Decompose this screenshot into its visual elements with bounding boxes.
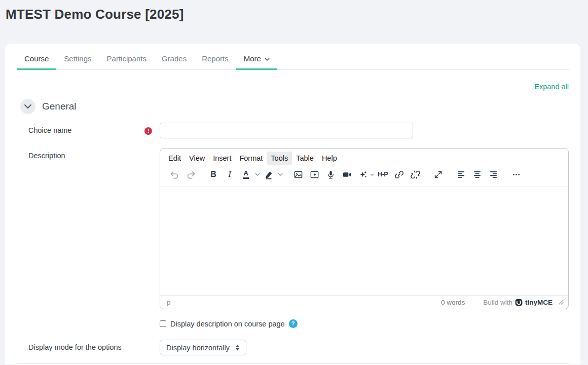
choice-name-input[interactable] xyxy=(160,123,413,138)
chevron-down-icon xyxy=(265,58,270,61)
italic-icon[interactable]: I xyxy=(222,167,237,182)
ai-sparkles-icon[interactable] xyxy=(355,167,371,182)
editor-toolbar: B I A xyxy=(160,165,568,187)
tab-label: Course xyxy=(24,54,49,63)
section-header-general: General xyxy=(17,99,569,114)
choice-name-label: Choice name xyxy=(28,126,71,134)
required-icon: ! xyxy=(144,127,152,135)
content-card: Course Settings Participants Grades Repo… xyxy=(5,44,580,364)
menu-insert[interactable]: Insert xyxy=(209,152,235,165)
editor-content-area[interactable] xyxy=(160,187,568,295)
tab-more[interactable]: More xyxy=(236,49,277,69)
ai-sparkles-caret-icon[interactable] xyxy=(369,173,375,176)
record-audio-icon[interactable] xyxy=(323,167,338,182)
display-description-checkbox[interactable] xyxy=(160,320,166,327)
collapse-section-button[interactable] xyxy=(20,99,35,114)
expand-all-link[interactable]: Expand all xyxy=(534,83,569,91)
tab-label: Participants xyxy=(107,54,146,63)
help-icon[interactable]: ? xyxy=(289,319,298,328)
chevron-down-icon xyxy=(24,104,31,108)
unlink-icon[interactable] xyxy=(408,167,423,182)
tab-label: Reports xyxy=(202,54,229,63)
redo-icon[interactable] xyxy=(183,167,198,182)
menu-tools[interactable]: Tools xyxy=(267,152,292,165)
course-nav-tabs: Course Settings Participants Grades Repo… xyxy=(17,44,569,70)
text-color-caret-icon[interactable] xyxy=(254,173,261,176)
form-row-display-description: Display description on course page ? xyxy=(17,317,569,328)
highlight-color-icon[interactable] xyxy=(261,167,276,182)
display-description-label[interactable]: Display description on course page xyxy=(160,320,285,328)
select-arrows-icon xyxy=(235,344,240,351)
bold-icon[interactable]: B xyxy=(206,167,221,182)
form-row-description: Description Edit View Insert Format Tool… xyxy=(17,148,569,309)
section-title: General xyxy=(42,101,77,112)
menu-table[interactable]: Table xyxy=(292,152,318,165)
tab-label: Settings xyxy=(64,54,91,63)
menu-edit[interactable]: Edit xyxy=(164,152,185,165)
highlight-color-caret-icon[interactable] xyxy=(277,173,283,176)
more-tools-icon[interactable] xyxy=(508,167,524,182)
selected-option: Display horizontally xyxy=(166,344,230,352)
element-path[interactable]: p xyxy=(167,299,171,306)
tinymce-logo-icon xyxy=(515,299,523,306)
tab-label: More xyxy=(244,54,261,63)
text-color-icon[interactable]: A xyxy=(238,167,253,182)
undo-icon[interactable] xyxy=(167,167,182,182)
menu-view[interactable]: View xyxy=(185,152,209,165)
display-mode-label: Display mode for the options xyxy=(28,343,122,351)
word-count: 0 words xyxy=(441,299,465,306)
section-divider xyxy=(17,363,569,364)
expand-collapse-row: Expand all xyxy=(17,70,569,91)
editor-statusbar: p 0 words Build with tinyMCE xyxy=(160,295,568,309)
menu-help[interactable]: Help xyxy=(318,152,341,165)
tab-course[interactable]: Course xyxy=(17,49,56,69)
fullscreen-icon[interactable] xyxy=(430,167,446,182)
editor-menubar: Edit View Insert Format Tools Table Help xyxy=(160,149,568,165)
tab-label: Grades xyxy=(162,54,187,63)
page-title: MTEST Demo Course [2025] xyxy=(6,7,583,22)
tab-settings[interactable]: Settings xyxy=(56,49,99,69)
align-left-icon[interactable] xyxy=(453,167,468,182)
align-right-icon[interactable] xyxy=(486,167,501,182)
image-icon[interactable] xyxy=(290,167,306,182)
h5p-icon[interactable]: H-P xyxy=(375,167,390,182)
form-row-choice-name: Choice name ! xyxy=(17,123,569,138)
form-row-display-mode: Display mode for the options Display hor… xyxy=(17,340,569,355)
media-icon[interactable] xyxy=(307,167,322,182)
tinymce-branding-link[interactable]: Build with tinyMCE xyxy=(483,299,553,306)
tab-participants[interactable]: Participants xyxy=(99,49,154,69)
menu-format[interactable]: Format xyxy=(235,152,267,165)
editor-resize-handle-icon[interactable] xyxy=(559,300,564,305)
tab-grades[interactable]: Grades xyxy=(154,49,194,69)
display-mode-select[interactable]: Display horizontally xyxy=(160,340,246,355)
page-header: MTEST Demo Course [2025] xyxy=(0,0,588,22)
rich-text-editor: Edit View Insert Format Tools Table Help xyxy=(160,148,569,309)
link-icon[interactable] xyxy=(391,167,407,182)
record-video-icon[interactable] xyxy=(339,167,354,182)
tab-reports[interactable]: Reports xyxy=(194,49,236,69)
align-center-icon[interactable] xyxy=(469,167,485,182)
description-label: Description xyxy=(28,152,65,160)
